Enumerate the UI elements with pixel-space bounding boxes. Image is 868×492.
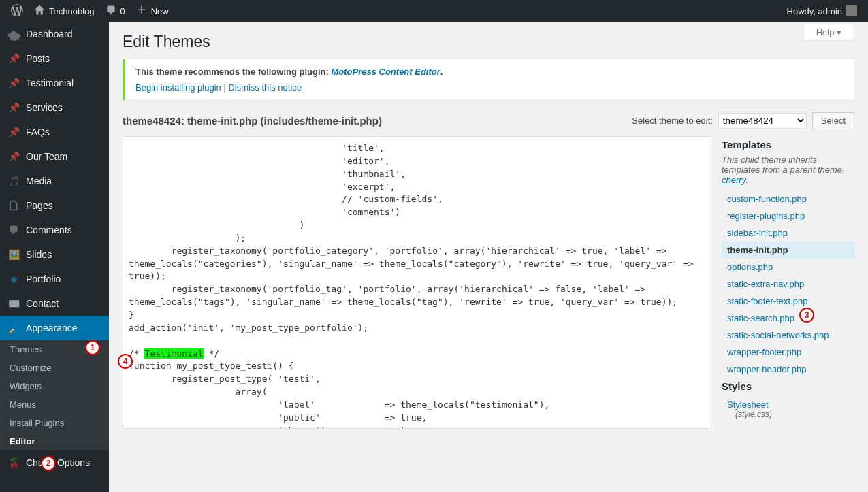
site-name[interactable]: Technoblog [29,0,100,22]
appearance-submenu: Themes Customize Widgets Menus Install P… [0,340,109,450]
stylesheet-file[interactable]: Stylesheet(style.css) [722,396,854,423]
comment-icon [7,223,20,237]
admin-bar: Technoblog 0 New Howdy, admin [0,0,868,22]
comments-number: 0 [120,6,125,16]
envelope-icon: ✉️ [7,297,20,310]
dismiss-link[interactable]: Dismiss this notice [228,82,302,93]
menu-portfolio[interactable]: ◆Portfolio [0,267,109,291]
brush-icon: 🖌️ [7,321,20,335]
slides-icon: 🖼️ [7,248,20,261]
template-file[interactable]: static-footer-text.php [722,293,854,310]
site-label: Technoblog [49,6,95,16]
menu-slides[interactable]: 🖼️Slides [0,242,109,267]
page-icon [7,199,20,212]
templates-sidebar: Templates This child theme inherits temp… [722,136,854,423]
notice-sep: | [221,82,229,93]
template-file[interactable]: wrapper-header.php [722,361,854,378]
parent-theme-link[interactable]: cherry [722,175,745,185]
template-file[interactable]: static-social-networks.php [722,327,854,344]
menu-services[interactable]: 📌Services [0,95,109,120]
plus-icon [136,5,147,18]
select-button[interactable]: Select [812,112,854,129]
template-file[interactable]: sidebar-init.php [722,225,854,242]
pin-icon: 📌 [7,52,20,65]
template-file[interactable]: register-plugins.php [722,208,854,225]
submenu-themes[interactable]: Themes [0,340,109,359]
highlighted-text: Testimonial [144,348,203,359]
plugin-notice: This theme recommends the following plug… [123,59,854,100]
template-file[interactable]: options.php [722,259,854,276]
submenu-customize[interactable]: Customize [0,359,109,377]
menu-cherry-options[interactable]: 🍒Cherry Options [0,450,109,475]
theme-select[interactable]: theme48424 [718,113,807,129]
avatar-icon [846,5,857,16]
menu-ourteam[interactable]: 📌Our Team [0,144,109,169]
pin-icon: 📌 [7,125,20,139]
dashboard-icon [7,27,20,41]
new-label: New [151,6,169,16]
templates-heading: Templates [722,139,854,150]
styles-heading: Styles [722,380,854,392]
menu-testimonial[interactable]: 📌Testimonial [0,71,109,95]
pin-icon: 📌 [7,150,20,163]
template-file[interactable]: static-extra-nav.php [722,276,854,293]
menu-media[interactable]: 🎵Media [0,169,109,193]
menu-comments[interactable]: Comments [0,218,109,242]
template-file[interactable]: wrapper-footer.php [722,344,854,361]
admin-menu: Dashboard 📌Posts 📌Testimonial 📌Services … [0,22,109,492]
main-content: Help ▾ Edit Themes This theme recommends… [109,22,868,492]
menu-pages[interactable]: Pages [0,193,109,218]
templates-desc: This child theme inherits templates from… [722,154,854,185]
notice-text: This theme recommends the following plug… [135,67,331,77]
howdy-text: Howdy, admin [787,6,842,16]
comments-count[interactable]: 0 [100,0,131,22]
menu-appearance[interactable]: 🖌️Appearance [0,316,109,340]
home-icon [34,5,45,18]
submenu-editor[interactable]: Editor [0,432,109,450]
media-icon: 🎵 [7,174,20,188]
code-editor[interactable]: 'title', 'editor', 'thumbnail', 'excerpt… [123,136,711,429]
plugin-link[interactable]: MotoPress Content Editor [331,67,440,77]
portfolio-icon: ◆ [7,272,20,286]
begin-install-link[interactable]: Begin installing plugin [135,82,221,93]
menu-contact[interactable]: ✉️Contact [0,291,109,316]
submenu-install-plugins[interactable]: Install Plugins [0,414,109,432]
template-file-current[interactable]: theme-init.php [722,242,854,259]
menu-dashboard[interactable]: Dashboard [0,22,109,46]
pin-icon: 📌 [7,76,20,90]
template-file[interactable]: static-search.php [722,310,854,327]
file-edit-header: theme48424: theme-init.php (includes/the… [123,112,854,129]
submenu-widgets[interactable]: Widgets [0,377,109,395]
help-tab[interactable]: Help ▾ [803,24,854,41]
template-editor-wrap: 'title', 'editor', 'thumbnail', 'excerpt… [123,136,711,429]
menu-posts[interactable]: 📌Posts [0,46,109,71]
speech-bubble-icon [106,5,116,18]
current-file: theme48424: theme-init.php (includes/the… [123,115,382,127]
wp-logo[interactable] [5,0,29,22]
my-account[interactable]: Howdy, admin [782,0,863,22]
new-content[interactable]: New [131,0,174,22]
cherry-icon: 🍒 [7,456,20,470]
menu-faqs[interactable]: 📌FAQs [0,120,109,144]
submenu-menus[interactable]: Menus [0,395,109,414]
page-title: Edit Themes [123,33,854,51]
select-theme-label: Select theme to edit: [632,116,713,126]
template-file[interactable]: custom-function.php [722,191,854,208]
wordpress-icon [11,4,23,18]
pin-icon: 📌 [7,101,20,114]
